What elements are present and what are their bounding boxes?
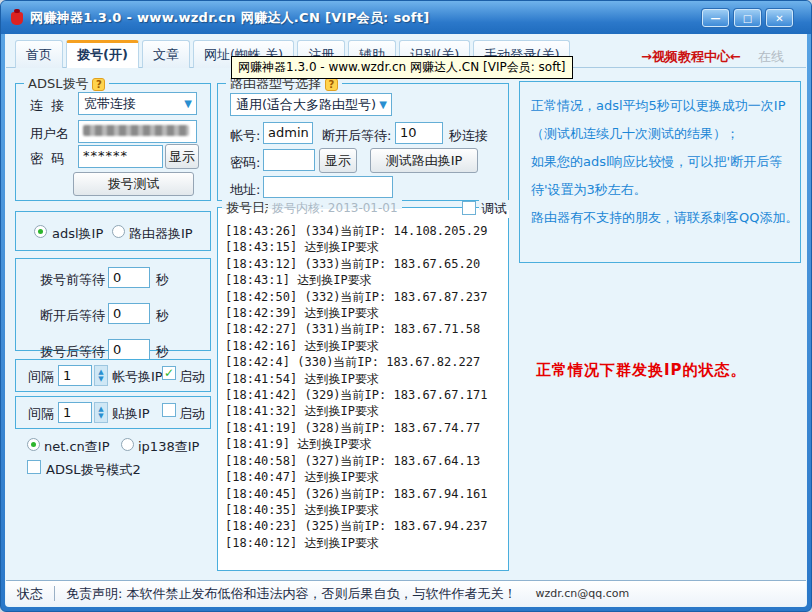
spin-down-icon[interactable]: ▼ [98,413,103,420]
adsl-ip-radio[interactable] [34,225,47,238]
account-swap-label: 帐号换IP [112,368,163,386]
interval-label: 间隔 [28,405,54,423]
connection-label: 连 接 [30,97,64,115]
title-bar: 网赚神器1.3.0 - www.wzdr.cn 网赚达人.CN [VIP会员: … [1,1,811,34]
wait-label: 拨号前等待 [40,271,105,289]
password-input[interactable]: ****** [78,145,163,168]
wait-row: 拨号前等待 0 秒 [16,265,210,295]
info-line: 正常情况，adsl平均5秒可以更换成功一次IP [531,92,789,120]
ip138-lookup-radio[interactable] [121,438,134,451]
interval-stepper[interactable]: ▲▼ [94,402,108,423]
highlight-note: 正常情况下群发换IP的状态。 [536,361,747,380]
maximize-button[interactable]: □ [734,9,761,27]
interval-stepper[interactable]: ▲▼ [94,365,108,386]
tab[interactable]: 首页 [15,40,63,68]
interval-paste-panel: 间隔 1 ▲▼ 贴换IP 启动 [15,396,211,429]
info-panel: 正常情况，adsl平均5秒可以更换成功一次IP（测试机连续几十次测试的结果）；如… [519,81,801,263]
router-test-button[interactable]: 测试路由换IP [370,148,478,173]
log-line: [18:41:9] 达到换IP要求 [225,436,503,452]
minimize-button[interactable]: — [702,9,729,27]
paste-swap-start-checkbox[interactable] [162,403,176,417]
log-line: [18:41:32] 达到换IP要求 [225,403,503,419]
dial-log-list[interactable]: [18:43:26] (334)当前IP: 14.108.205.29[18:4… [225,223,503,563]
router-ip-label: 路由器换IP [129,225,193,243]
status-bar: 状态 免责声明: 本软件禁止发布低俗和违法内容，否则后果自负，与软件作者无关！ … [6,580,806,606]
paste-swap-label: 贴换IP [112,405,150,423]
spin-down-icon[interactable]: ▼ [98,376,103,383]
router-wait-input[interactable]: 10 [395,122,443,144]
info-line: 如果您的adsl响应比较慢，可以把'断开后等 [531,148,789,176]
dial-kernel-version: 拨号内核: 2013-01-01 [268,200,402,217]
router-account-input[interactable]: admin [263,122,313,144]
password-label: 密 码 [30,150,64,168]
log-line: [18:43:12] (333)当前IP: 183.67.65.20 [225,256,503,272]
log-line: [18:41:54] 达到换IP要求 [225,371,503,387]
log-line: [18:40:47] 达到换IP要求 [225,469,503,485]
close-button[interactable]: ✕ [766,9,793,27]
router-show-button[interactable]: 显示 [319,148,357,173]
log-line: [18:42:50] (332)当前IP: 183.67.87.237 [225,289,503,305]
start-label: 启动 [179,368,205,386]
router-address-input[interactable] [263,176,393,198]
router-ip-radio[interactable] [112,225,125,238]
info-line: 路由器有不支持的朋友，请联系刺客QQ添加。 [531,204,789,232]
netcn-lookup-label: net.cn查IP [44,438,110,456]
log-line: [18:43:1] 达到换IP要求 [225,272,503,288]
wait-settings-panel: 拨号前等待 0 秒 断开后等待 0 秒 拨号后等待 0 秒 [15,258,211,351]
tab-label: 首页 [26,47,52,62]
info-line: 待'设置为3秒左右。 [531,176,789,204]
help-icon[interactable]: ? [92,78,105,91]
app-window: 网赚神器1.3.0 - www.wzdr.cn 网赚达人.CN [VIP会员: … [0,0,812,612]
log-line: [18:40:58] (327)当前IP: 183.67.64.13 [225,453,503,469]
tab[interactable]: 拨号(开) [66,40,139,68]
interval-input[interactable]: 1 [58,365,92,386]
netcn-lookup-radio[interactable] [27,438,40,451]
interval-input[interactable]: 1 [58,402,92,423]
adsl-mode2-checkbox[interactable] [27,460,41,474]
interval-label: 间隔 [28,368,54,386]
router-password-label: 密码: [230,154,260,172]
interval-account-panel: 间隔 1 ▲▼ 帐号换IP ✓ 启动 [15,359,211,392]
log-line: [18:43:26] (334)当前IP: 14.108.205.29 [225,223,503,239]
router-address-label: 地址: [230,181,260,199]
wait-input[interactable]: 0 [108,339,150,360]
adsl-dial-group: ADSL拨号? 连 接 宽带连接▼ 用户名 密 码 ****** 显示 拨号测试 [15,83,211,201]
tab[interactable]: 文章 [142,40,190,68]
router-wait-label: 断开后等待: [322,127,391,145]
online-status: 在线 [758,48,784,66]
username-label: 用户名 [30,125,69,143]
wait-input[interactable]: 0 [108,303,150,324]
status-label: 状态 [6,585,54,603]
checkmark-icon: ✓ [164,367,174,379]
log-line: [18:40:45] (326)当前IP: 183.67.94.161 [225,486,503,502]
debug-checkbox[interactable] [462,201,476,215]
tab-label: 文章 [153,47,179,62]
router-password-input[interactable] [263,149,315,171]
wait-label: 断开后等待 [40,307,105,325]
router-account-label: 帐号: [230,127,260,145]
username-input[interactable] [78,120,197,143]
tab-label: 拨号(开) [77,47,128,62]
info-line: （测试机连续几十次测试的结果）； [531,120,789,148]
log-line: [18:43:15] 达到换IP要求 [225,239,503,255]
router-wait-unit: 秒连接 [449,127,488,145]
ip-mode-panel: adsl换IP 路由器换IP [15,211,211,251]
log-line: [18:41:42] (329)当前IP: 183.67.67.171 [225,387,503,403]
router-model-select[interactable]: 通用(适合大多路由型号)▼ [230,93,392,116]
help-icon[interactable]: ? [325,78,338,91]
connection-select[interactable]: 宽带连接▼ [78,92,197,115]
adsl-mode2-label: ADSL拨号模式2 [46,461,141,479]
account-swap-start-checkbox[interactable]: ✓ [162,366,176,380]
router-model-group: 路由器型号选择? 通用(适合大多路由型号)▼ 帐号: admin 断开后等待: … [217,83,509,201]
log-line: [18:40:12] 达到换IP要求 [225,535,503,551]
adsl-ip-label: adsl换IP [52,225,103,243]
ip138-lookup-label: ip138查IP [138,438,199,456]
log-line: [18:42:27] (331)当前IP: 183.67.71.58 [225,321,503,337]
video-center-link[interactable]: →视频教程中心← [641,48,741,66]
start-label: 启动 [179,405,205,423]
log-line: [18:42:4] (330)当前IP: 183.67.82.227 [225,354,503,370]
dial-test-button[interactable]: 拨号测试 [73,172,194,196]
wait-unit: 秒 [156,271,169,289]
wait-input[interactable]: 0 [108,267,150,288]
show-password-button[interactable]: 显示 [165,144,199,169]
